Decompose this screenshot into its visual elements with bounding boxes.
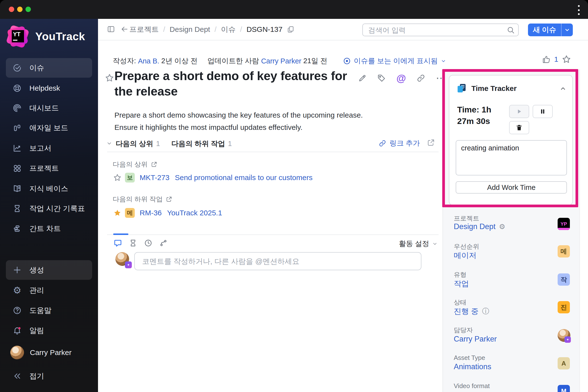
add-work-time-button[interactable]: Add Work Time bbox=[456, 181, 567, 194]
bell-icon bbox=[13, 326, 22, 335]
main-content: 프로젝트 / Design Dept / 이슈 / DSGN-137 새 이슈 bbox=[98, 19, 588, 392]
activity-settings-button[interactable]: 활동 설정 bbox=[399, 239, 438, 249]
collapse-widget-icon[interactable] bbox=[560, 85, 566, 93]
app-title: YouTrack bbox=[35, 30, 85, 43]
open-links-external-icon[interactable] bbox=[427, 139, 435, 148]
breadcrumb-issue-id[interactable]: DSGN-137 bbox=[246, 25, 282, 34]
divider bbox=[107, 234, 438, 235]
eye-icon bbox=[343, 57, 351, 65]
issue-summary-link[interactable]: Send promotional emails to our customers bbox=[175, 174, 312, 182]
collapse-links-icon[interactable] bbox=[106, 140, 112, 147]
issue-id-link[interactable]: RM-36 bbox=[140, 209, 162, 217]
ai-assistant-icon[interactable]: @ bbox=[396, 74, 406, 82]
sidebar-item-administration[interactable]: ⚙ 관리 bbox=[6, 280, 92, 300]
parent-issue-row[interactable]: 보 MKT-273 Send promotional emails to our… bbox=[113, 173, 312, 182]
field-state-value[interactable]: 진행 중ⓘ bbox=[454, 306, 489, 316]
sidebar-item-gantt-charts[interactable]: 간트 차트 bbox=[6, 219, 92, 238]
sidebar-item-help[interactable]: 도움말 bbox=[6, 300, 92, 320]
sidebar-user-profile[interactable]: Carry Parker bbox=[6, 343, 92, 362]
window-minimize-button[interactable] bbox=[17, 6, 22, 12]
toggle-sidebar-icon[interactable] bbox=[107, 25, 115, 34]
issue-type-badge: 메 bbox=[125, 208, 135, 218]
field-priority-value[interactable]: 메이저 bbox=[454, 250, 476, 261]
sidebar-item-dashboards[interactable]: 대시보드 bbox=[6, 98, 92, 118]
breadcrumb-issues[interactable]: 이슈 bbox=[221, 24, 236, 34]
copy-id-icon[interactable] bbox=[287, 26, 294, 33]
thumbs-up-icon[interactable] bbox=[542, 55, 551, 64]
vcs-branch-tab-icon[interactable] bbox=[159, 239, 168, 247]
sidebar-item-helpdesk[interactable]: Helpdesk bbox=[6, 78, 92, 98]
parent-links-tab[interactable]: 다음의 상위1 bbox=[116, 139, 160, 149]
field-asset-type-value[interactable]: Animations bbox=[454, 362, 491, 371]
edit-pencil-icon[interactable] bbox=[358, 74, 366, 82]
info-icon[interactable]: ⓘ bbox=[482, 306, 489, 316]
breadcrumb-project[interactable]: Design Dept bbox=[170, 25, 210, 34]
field-project-value[interactable]: Design Dept⚙ bbox=[454, 222, 506, 231]
work-note-textarea[interactable]: creating animation bbox=[456, 140, 567, 176]
search-input[interactable] bbox=[368, 24, 506, 36]
attach-link-icon[interactable] bbox=[417, 74, 425, 82]
search-icon[interactable] bbox=[507, 26, 515, 35]
sidebar-item-issues[interactable]: 이슈 bbox=[6, 58, 92, 78]
subtask-links-tab[interactable]: 다음의 하위 작업1 bbox=[171, 139, 232, 149]
sidebar-create-button[interactable]: 생성 bbox=[6, 260, 92, 280]
gear-icon[interactable]: ⚙ bbox=[499, 222, 506, 231]
app-overlay-badge: ✦ bbox=[564, 336, 571, 343]
comments-tab-icon[interactable] bbox=[114, 239, 122, 247]
issue-title: Prepare a short demo of key features for… bbox=[114, 68, 356, 99]
field-type-value[interactable]: 작업 bbox=[454, 278, 469, 289]
star-icon[interactable] bbox=[562, 55, 571, 64]
sidebar-item-label: 작업 시간 기록표 bbox=[30, 204, 85, 214]
created-by-link[interactable]: Ana B. bbox=[138, 57, 159, 65]
panel-scroll-track[interactable] bbox=[580, 69, 588, 392]
check-circle-icon bbox=[13, 64, 22, 72]
star-icon[interactable] bbox=[113, 174, 122, 182]
field-assignee-value[interactable]: Carry Parker bbox=[454, 335, 497, 344]
hourglass-icon bbox=[13, 204, 22, 213]
subtask-section-label: 다음의 하위 작업 bbox=[113, 195, 172, 204]
tag-icon[interactable] bbox=[377, 74, 386, 82]
comment-input[interactable] bbox=[142, 253, 414, 270]
pause-button[interactable] bbox=[533, 105, 553, 118]
time-tab-icon[interactable] bbox=[144, 239, 152, 247]
sidebar-item-label: 프로젝트 bbox=[30, 164, 59, 174]
issue-summary-link[interactable]: YouTrack 2025.1 bbox=[167, 209, 222, 217]
sidebar-item-knowledge-base[interactable]: 지식 베이스 bbox=[6, 179, 92, 198]
asset-type-badge: A bbox=[558, 357, 570, 370]
window-close-button[interactable] bbox=[9, 6, 14, 12]
play-button[interactable] bbox=[509, 105, 529, 118]
sidebar-item-label: 애자일 보드 bbox=[30, 123, 68, 133]
history-hourglass-tab-icon[interactable] bbox=[129, 239, 137, 247]
likes-count: 1 bbox=[554, 55, 558, 64]
sidebar-item-notifications[interactable]: 알림 bbox=[6, 321, 92, 340]
chevron-down-icon bbox=[432, 241, 438, 246]
issue-description: Prepare a short demo showcasing the key … bbox=[114, 109, 363, 134]
visibility-control[interactable]: 이슈를 보는 이에게 표시됨 bbox=[343, 56, 446, 66]
sidebar-item-timesheets[interactable]: 작업 시간 기록표 bbox=[6, 199, 92, 218]
add-link-button[interactable]: 링크 추가 bbox=[379, 138, 435, 148]
breadcrumb-projects[interactable]: 프로젝트 bbox=[129, 24, 159, 34]
new-issue-dropdown-button[interactable] bbox=[561, 24, 573, 36]
external-link-icon[interactable] bbox=[151, 162, 157, 167]
titlebar bbox=[0, 0, 588, 19]
created-ago: 2년 이상 전 bbox=[161, 56, 198, 66]
sidebar-item-reports[interactable]: 보고서 bbox=[6, 138, 92, 158]
chevrons-left-icon bbox=[13, 372, 22, 380]
new-issue-button[interactable]: 새 이슈 bbox=[528, 24, 561, 36]
kebab-menu-icon[interactable] bbox=[576, 5, 581, 15]
issue-id-link[interactable]: MKT-273 bbox=[140, 174, 170, 182]
sidebar-item-projects[interactable]: 프로젝트 bbox=[6, 158, 92, 178]
issue-star-icon[interactable] bbox=[105, 73, 114, 84]
star-filled-icon[interactable] bbox=[113, 209, 122, 217]
sidebar-item-agile-boards[interactable]: 애자일 보드 bbox=[6, 118, 92, 138]
updated-by-link[interactable]: Carry Parker bbox=[261, 57, 301, 65]
video-format-badge: M bbox=[558, 385, 570, 392]
back-arrow-icon[interactable] bbox=[120, 25, 128, 34]
sidebar-collapse-button[interactable]: 접기 bbox=[6, 366, 92, 386]
field-assignee: 담당자 bbox=[454, 326, 473, 334]
delete-button[interactable] bbox=[509, 121, 529, 134]
window-zoom-button[interactable] bbox=[26, 6, 31, 12]
subtask-issue-row[interactable]: 메 RM-36 YouTrack 2025.1 bbox=[113, 208, 222, 218]
title-actions: @ ⋯ bbox=[358, 74, 446, 82]
external-link-icon[interactable] bbox=[166, 196, 172, 202]
